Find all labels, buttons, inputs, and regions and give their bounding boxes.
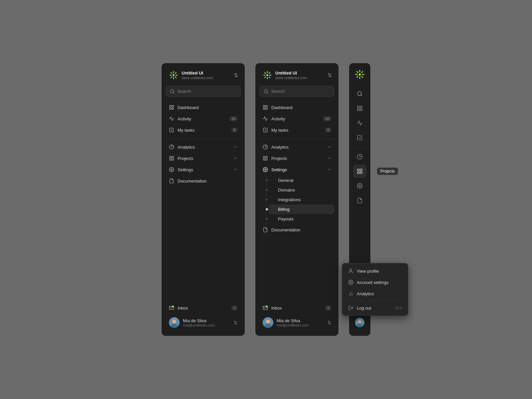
avatar-2 xyxy=(263,317,273,328)
popup-version-text: v3.6 xyxy=(395,306,402,310)
user-circle-icon xyxy=(348,268,353,274)
search-box[interactable]: Search xyxy=(166,86,241,97)
my-tasks-badge: 8 xyxy=(231,128,237,132)
analytics-label: Analytics xyxy=(178,145,195,150)
subnav-label-billing: Billing xyxy=(278,207,290,212)
subnav-label-general: General xyxy=(278,178,293,183)
subnav-item-billing[interactable]: Billing xyxy=(269,204,334,214)
sidebar-item-projects[interactable]: Projects xyxy=(166,153,241,164)
sidebar-item-projects-2[interactable]: Projects xyxy=(259,153,334,164)
svg-point-20 xyxy=(171,169,172,170)
documentation-icon xyxy=(169,178,174,184)
sidebar-item-analytics[interactable]: Analytics xyxy=(166,142,241,152)
mini-settings-icon xyxy=(357,183,363,189)
svg-point-50 xyxy=(350,269,351,271)
search-icon xyxy=(170,89,175,94)
projects-chevron-icon-2 xyxy=(327,156,331,160)
svg-rect-42 xyxy=(266,156,267,158)
mini-search-button[interactable] xyxy=(353,87,366,100)
logo-area[interactable]: Untitled UI store.untitledui.com xyxy=(168,70,213,80)
inbox-label: Inbox xyxy=(178,306,188,311)
user-popup-menu: View profile Account settings Analytics … xyxy=(342,263,408,316)
svg-rect-44 xyxy=(263,159,265,160)
subnav-item-payouts[interactable]: Payouts xyxy=(269,214,334,224)
sidebar-item-my-tasks[interactable]: My tasks 8 xyxy=(166,125,241,135)
subnav-item-general[interactable]: General xyxy=(269,176,334,185)
sidebar-header: Untitled UI store.untitledui.com ⇅ xyxy=(166,68,241,82)
sidebar-item-settings[interactable]: Settings xyxy=(166,164,241,175)
popup-item-account-settings[interactable]: Account settings xyxy=(344,277,406,288)
svg-rect-17 xyxy=(172,156,174,158)
mini-my-tasks-button[interactable] xyxy=(353,131,366,144)
user-email-2: mia@untitledui.com xyxy=(277,323,309,327)
analytics-chevron-icon xyxy=(233,145,237,149)
svg-point-9 xyxy=(173,74,175,76)
mini-avatar-image xyxy=(355,318,364,327)
svg-rect-72 xyxy=(357,169,359,171)
mini-user-button[interactable] xyxy=(353,316,366,329)
settings-label: Settings xyxy=(178,167,193,172)
settings-circle-icon xyxy=(348,280,353,285)
nav-divider-1 xyxy=(166,139,241,139)
inbox-label-2: Inbox xyxy=(271,306,282,311)
sidebar-item-activity[interactable]: Activity 10 xyxy=(166,113,241,124)
logo-area-2[interactable]: Untitled UI store.untitledui.com xyxy=(262,70,307,80)
sidebar-item-analytics-2[interactable]: Analytics xyxy=(259,142,334,152)
mini-projects-button[interactable]: Projects xyxy=(353,165,366,178)
sidebar-item-dashboard[interactable]: Dashboard xyxy=(166,102,241,113)
sidebar-item-activity-2[interactable]: Activity 10 xyxy=(259,113,334,124)
mini-divider xyxy=(354,148,365,148)
user-email: mia@untitledui.com xyxy=(183,323,215,327)
sidebar-item-documentation-2[interactable]: Documentation xyxy=(259,224,334,235)
subnav-item-domains[interactable]: Domains xyxy=(269,185,334,195)
popup-item-analytics[interactable]: Analytics xyxy=(344,288,406,299)
popup-item-view-profile[interactable]: View profile xyxy=(344,265,406,277)
projects-label-2: Projects xyxy=(271,156,287,161)
workspace-switcher-icon[interactable]: ⇅ xyxy=(234,72,238,78)
sidebar-item-inbox[interactable]: Inbox 2 xyxy=(166,303,241,313)
user-menu-icon[interactable]: ⇅ xyxy=(234,320,237,325)
search-box-2[interactable]: Search xyxy=(259,86,334,97)
svg-rect-68 xyxy=(357,106,359,108)
projects-chevron-icon xyxy=(233,156,237,160)
popup-logout-label: Log out xyxy=(357,306,371,311)
subnav-dot-domains xyxy=(266,189,268,191)
svg-line-11 xyxy=(173,92,174,93)
dashboard-label: Dashboard xyxy=(178,105,199,110)
sidebar-item-documentation[interactable]: Documentation xyxy=(166,176,241,186)
search-placeholder: Search xyxy=(177,89,191,94)
sidebar-bottom-2: Inbox 2 Mia de Silva mia@untitledui.com xyxy=(259,303,334,331)
mini-activity-button[interactable] xyxy=(353,116,366,130)
mini-settings-button[interactable] xyxy=(353,179,366,193)
svg-line-36 xyxy=(267,92,268,93)
workspace-switcher-icon-2[interactable]: ⇅ xyxy=(328,72,332,78)
app-url: store.untitledui.com xyxy=(182,76,213,80)
analytics-label-2: Analytics xyxy=(271,145,289,150)
sidebar-item-inbox-2[interactable]: Inbox 2 xyxy=(259,303,334,313)
projects-label: Projects xyxy=(178,156,193,161)
sidebar-item-dashboard-2[interactable]: Dashboard xyxy=(259,102,334,113)
mini-avatar xyxy=(355,318,364,327)
mini-documentation-button[interactable] xyxy=(353,194,366,207)
popup-item-logout[interactable]: Log out v3.6 xyxy=(344,302,406,314)
mini-logo[interactable] xyxy=(354,68,366,82)
popup-view-profile-label: View profile xyxy=(357,269,379,274)
subnav-dot-general xyxy=(266,180,268,181)
user-menu-icon-2[interactable]: ⇅ xyxy=(328,320,331,325)
svg-rect-38 xyxy=(266,105,267,107)
subnav-item-integrations[interactable]: Integrations xyxy=(269,195,334,204)
subnav-dot-payouts xyxy=(266,218,268,220)
sidebar-item-settings-2[interactable]: Settings xyxy=(259,164,334,175)
mini-analytics-button[interactable] xyxy=(353,150,366,163)
app-name: Untitled UI xyxy=(182,70,213,76)
sidebar-item-my-tasks-2[interactable]: My tasks 8 xyxy=(259,125,334,135)
app-url-2: store.untitledui.com xyxy=(275,76,307,80)
svg-rect-73 xyxy=(360,169,362,171)
user-menu-2[interactable]: Mia de Silva mia@untitledui.com ⇅ xyxy=(259,315,334,331)
settings-icon xyxy=(169,167,174,172)
user-menu[interactable]: Mia de Silva mia@untitledui.com ⇅ xyxy=(166,315,241,331)
dashboard-icon xyxy=(169,105,174,110)
mini-analytics-icon xyxy=(357,154,363,160)
analytics-chevron-icon-2 xyxy=(327,145,331,149)
mini-dashboard-button[interactable] xyxy=(353,102,366,115)
